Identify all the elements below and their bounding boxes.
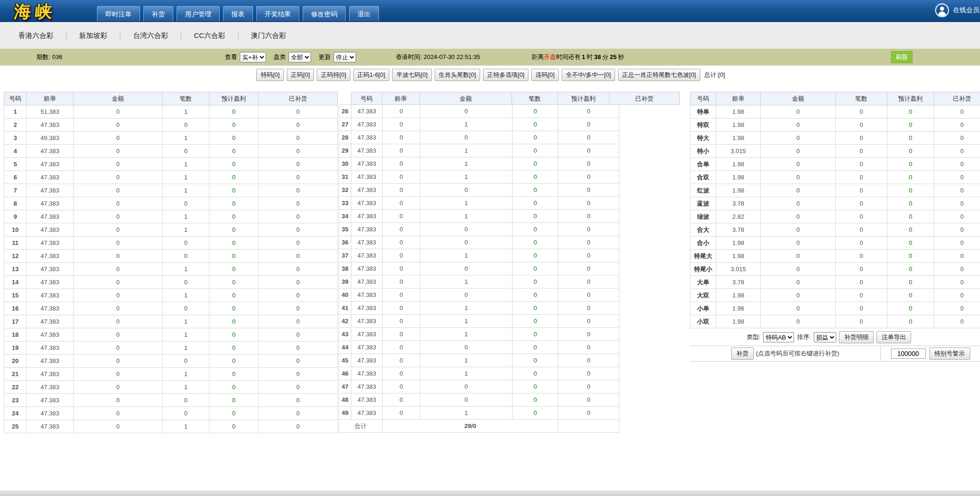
top-nav-button[interactable]: 开奖结果 xyxy=(256,6,299,21)
number-cell[interactable]: 41 xyxy=(339,302,351,315)
top-nav-button[interactable]: 用户管理 xyxy=(177,6,220,21)
sort-select[interactable]: 损益 xyxy=(814,332,836,342)
number-cell[interactable]: 8 xyxy=(4,197,27,210)
lottery-tab[interactable]: 新加坡彩 xyxy=(67,31,120,40)
number-cell[interactable]: 6 xyxy=(4,171,27,184)
bet-label-cell[interactable]: 特尾小 xyxy=(690,263,716,276)
number-cell[interactable]: 49 xyxy=(339,407,351,420)
bet-type-filter-button[interactable]: 连码[0] xyxy=(531,69,558,81)
bet-label-cell[interactable]: 合大 xyxy=(690,223,716,237)
bet-label-cell[interactable]: 特大 xyxy=(690,132,716,145)
bet-type-filter-button[interactable]: 正总一肖正特尾数七色波[0] xyxy=(618,69,700,81)
bet-type-filter-button[interactable]: 正码1-6[0] xyxy=(353,69,389,81)
number-cell[interactable]: 12 xyxy=(4,250,27,263)
number-cell[interactable]: 14 xyxy=(4,276,27,289)
number-cell[interactable]: 9 xyxy=(4,210,27,223)
replenish-detail-button[interactable]: 补货明细 xyxy=(839,331,874,343)
top-nav-button[interactable]: 修改密码 xyxy=(303,6,346,21)
number-cell[interactable]: 20 xyxy=(4,355,27,368)
lottery-tab[interactable]: 香港六合彩 xyxy=(6,31,67,40)
bet-type-filter-button[interactable]: 特码[0] xyxy=(256,69,283,81)
number-cell[interactable]: 26 xyxy=(339,105,351,118)
lottery-tab[interactable]: 澳门六合彩 xyxy=(238,31,299,40)
number-cell[interactable]: 1 xyxy=(4,105,27,118)
number-cell[interactable]: 15 xyxy=(4,289,27,302)
bet-label-cell[interactable]: 红波 xyxy=(690,184,716,197)
lottery-tab[interactable]: CC六合彩 xyxy=(181,31,238,40)
number-cell[interactable]: 32 xyxy=(339,184,351,197)
type-select[interactable]: 特码AB xyxy=(763,332,794,342)
number-cell[interactable]: 21 xyxy=(4,368,27,381)
replenish-button[interactable]: 补货 xyxy=(731,348,754,360)
number-cell[interactable]: 28 xyxy=(339,131,351,144)
warn-amount-input[interactable] xyxy=(891,348,926,359)
number-cell[interactable]: 47 xyxy=(339,380,351,393)
bet-label-cell[interactable]: 蓝波 xyxy=(690,197,716,210)
number-cell[interactable]: 5 xyxy=(4,158,27,171)
top-nav-button[interactable]: 补货 xyxy=(143,6,173,21)
number-cell[interactable]: 37 xyxy=(339,249,351,262)
bet-label-cell[interactable]: 大双 xyxy=(690,289,716,302)
number-cell[interactable]: 17 xyxy=(4,315,27,328)
refresh-button[interactable]: 刷新 xyxy=(891,51,913,63)
export-orders-button[interactable]: 注单导出 xyxy=(876,331,911,343)
number-cell[interactable]: 48 xyxy=(339,393,351,407)
top-nav-button[interactable]: 报表 xyxy=(223,6,253,21)
bet-label-cell[interactable]: 小双 xyxy=(690,315,716,328)
number-cell[interactable]: 18 xyxy=(4,328,27,341)
number-cell[interactable]: 30 xyxy=(339,157,351,170)
number-cell[interactable]: 38 xyxy=(339,262,351,275)
bet-label-cell[interactable]: 特小 xyxy=(690,145,716,158)
number-cell[interactable]: 25 xyxy=(4,420,27,433)
number-cell[interactable]: 44 xyxy=(339,341,351,354)
number-cell[interactable]: 43 xyxy=(339,328,351,341)
top-nav-button[interactable]: 即时注单 xyxy=(97,6,140,21)
bet-type-filter-button[interactable]: 正特多选项[0] xyxy=(483,69,528,81)
number-cell[interactable]: 34 xyxy=(339,210,351,223)
board-select[interactable]: 全部 xyxy=(289,52,311,62)
special-number-warn-button[interactable]: 特别号警示 xyxy=(929,348,970,360)
number-cell[interactable]: 23 xyxy=(4,394,27,407)
update-select[interactable]: 停止 xyxy=(334,52,356,62)
bet-label-cell[interactable]: 特单 xyxy=(690,105,716,118)
number-cell[interactable]: 31 xyxy=(339,170,351,184)
bet-type-filter-button[interactable]: 正码[0] xyxy=(287,69,314,81)
number-cell[interactable]: 3 xyxy=(4,132,27,145)
number-cell[interactable]: 39 xyxy=(339,275,351,289)
number-cell[interactable]: 2 xyxy=(4,118,27,132)
number-cell[interactable]: 45 xyxy=(339,354,351,367)
number-cell[interactable]: 10 xyxy=(4,223,27,237)
view-select[interactable]: 实+补 xyxy=(240,52,266,62)
number-cell[interactable]: 4 xyxy=(4,145,27,158)
lottery-tab[interactable]: 台湾六合彩 xyxy=(120,31,181,40)
bet-type-filter-button[interactable]: 全不中/多中一[0] xyxy=(562,69,615,81)
bet-type-filter-button[interactable]: 半波七码[0] xyxy=(392,69,431,81)
number-cell[interactable]: 7 xyxy=(4,184,27,197)
bet-label-cell[interactable]: 绿波 xyxy=(690,210,716,223)
bet-label-cell[interactable]: 特双 xyxy=(690,118,716,132)
number-cell[interactable]: 16 xyxy=(4,302,27,315)
bet-type-filter-button[interactable]: 正码特[0] xyxy=(317,69,350,81)
number-cell[interactable]: 33 xyxy=(339,197,351,210)
number-cell[interactable]: 24 xyxy=(4,407,27,420)
number-cell[interactable]: 29 xyxy=(339,144,351,157)
bet-label-cell[interactable]: 小单 xyxy=(690,302,716,315)
number-cell[interactable]: 35 xyxy=(339,223,351,236)
number-cell[interactable]: 27 xyxy=(339,118,351,131)
bet-type-filter-button[interactable]: 生肖头尾数[0] xyxy=(435,69,480,81)
bet-label-cell[interactable]: 特尾大 xyxy=(690,250,716,263)
bet-label-cell[interactable]: 合单 xyxy=(690,158,716,171)
number-cell[interactable]: 40 xyxy=(339,289,351,302)
bet-label-cell[interactable]: 合小 xyxy=(690,237,716,250)
number-cell[interactable]: 22 xyxy=(4,381,27,394)
number-cell[interactable]: 11 xyxy=(4,237,27,250)
number-cell[interactable]: 42 xyxy=(339,315,351,328)
number-cell[interactable]: 46 xyxy=(339,367,351,380)
number-cell[interactable]: 36 xyxy=(339,236,351,249)
bet-label-cell[interactable]: 大单 xyxy=(690,276,716,289)
horizontal-scrollbar[interactable] xyxy=(0,491,980,496)
bet-label-cell[interactable]: 合双 xyxy=(690,171,716,184)
number-cell[interactable]: 13 xyxy=(4,263,27,276)
number-cell[interactable]: 19 xyxy=(4,341,27,355)
top-nav-button[interactable]: 退出 xyxy=(349,6,379,21)
